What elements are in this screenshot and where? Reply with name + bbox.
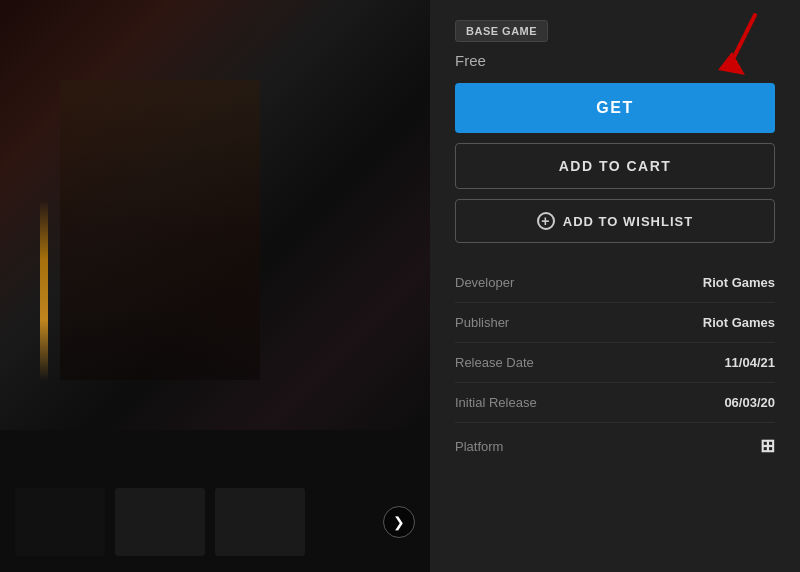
game-art-panel: ❯: [0, 0, 430, 572]
add-to-cart-button[interactable]: ADD TO CART: [455, 143, 775, 189]
publisher-label: Publisher: [455, 303, 625, 343]
game-screenshot: [0, 0, 430, 430]
wishlist-plus-icon: +: [537, 212, 555, 230]
windows-icon: ⊞: [760, 436, 775, 456]
developer-value: Riot Games: [625, 263, 775, 303]
thumbnail-1[interactable]: [15, 488, 105, 556]
platform-label: Platform: [455, 423, 625, 470]
platform-value: ⊞: [625, 423, 775, 470]
base-game-badge: BASE GAME: [455, 20, 548, 42]
red-arrow-icon: [700, 10, 770, 95]
publisher-row: Publisher Riot Games: [455, 303, 775, 343]
initial-release-value: 06/03/20: [625, 383, 775, 423]
thumbnail-next-button[interactable]: ❯: [383, 506, 415, 538]
platform-row: Platform ⊞: [455, 423, 775, 470]
svg-marker-1: [718, 52, 745, 75]
add-to-wishlist-button[interactable]: + ADD TO WISHLIST: [455, 199, 775, 243]
thumbnail-2[interactable]: [115, 488, 205, 556]
thumbnail-3[interactable]: [215, 488, 305, 556]
developer-label: Developer: [455, 263, 625, 303]
initial-release-label: Initial Release: [455, 383, 625, 423]
product-panel: BASE GAME Free GET ADD TO CART + ADD TO …: [430, 0, 800, 572]
release-date-value: 11/04/21: [625, 343, 775, 383]
developer-row: Developer Riot Games: [455, 263, 775, 303]
initial-release-row: Initial Release 06/03/20: [455, 383, 775, 423]
publisher-value: Riot Games: [625, 303, 775, 343]
release-date-label: Release Date: [455, 343, 625, 383]
thumbnails-row: ❯: [0, 472, 430, 572]
release-date-row: Release Date 11/04/21: [455, 343, 775, 383]
arrow-container: [690, 10, 770, 100]
product-info-table: Developer Riot Games Publisher Riot Game…: [455, 263, 775, 469]
